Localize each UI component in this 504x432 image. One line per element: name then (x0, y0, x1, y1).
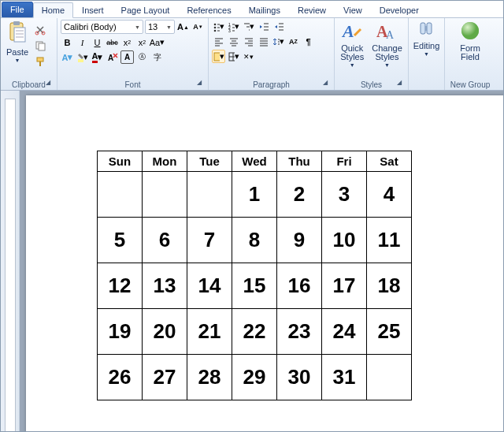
table-row: 12131415161718 (98, 263, 412, 309)
calendar-day-cell[interactable] (98, 172, 143, 218)
calendar-day-cell[interactable] (187, 172, 232, 218)
font-color-button[interactable]: A▾ (91, 50, 104, 64)
tab-home[interactable]: Home (33, 2, 73, 18)
align-left-button[interactable] (212, 35, 225, 48)
justify-button[interactable] (257, 35, 270, 48)
calendar-day-cell[interactable]: 11 (367, 218, 412, 263)
calendar-day-cell[interactable] (143, 172, 187, 218)
underline-button[interactable]: U (91, 35, 104, 49)
borders-button[interactable]: ▾ (227, 50, 240, 63)
tab-page-layout[interactable]: Page Layout (113, 2, 179, 17)
text-effects-button[interactable]: A▾ (61, 50, 74, 64)
asian-layout-button[interactable]: ✕▾ (242, 50, 255, 63)
subscript-button[interactable]: x2 (120, 35, 134, 49)
paste-button[interactable]: Paste ▼ (4, 20, 31, 63)
calendar-day-cell[interactable]: 28 (187, 355, 232, 400)
tab-mailings[interactable]: Mailings (240, 2, 289, 17)
calendar-day-cell[interactable]: 6 (143, 218, 187, 263)
calendar-day-cell[interactable]: 30 (277, 355, 322, 400)
align-center-button[interactable] (227, 35, 240, 48)
calendar-day-cell[interactable]: 23 (277, 309, 322, 355)
font-size-value: 13 (148, 22, 158, 32)
page-area[interactable]: SunMonTueWedThuFriSat 123456789101112131… (20, 91, 503, 431)
quick-styles-button[interactable]: A Quick Styles ▼ (339, 20, 365, 68)
svg-point-16 (214, 26, 217, 28)
show-marks-button[interactable]: ¶ (302, 35, 315, 48)
superscript-button[interactable]: x2 (135, 35, 149, 49)
increase-indent-button[interactable] (272, 20, 285, 33)
multilevel-list-button[interactable]: ▾ (242, 20, 255, 33)
calendar-day-cell[interactable]: 9 (277, 218, 322, 263)
tab-developer[interactable]: Developer (371, 2, 428, 17)
calendar-day-cell[interactable]: 13 (143, 263, 187, 309)
calendar-day-cell[interactable]: 1 (232, 172, 277, 218)
calendar-day-cell[interactable]: 26 (98, 355, 143, 400)
editing-button[interactable]: Editing ▼ (412, 20, 442, 57)
styles-dialog-launcher[interactable]: ◢ (397, 79, 406, 88)
align-right-button[interactable] (242, 35, 255, 48)
clear-formatting-button[interactable]: A (106, 50, 119, 64)
shading-button[interactable]: ▾ (212, 50, 225, 63)
bold-button[interactable]: B (61, 35, 74, 49)
shrink-font-button[interactable]: A▼ (191, 20, 205, 34)
clipboard-dialog-launcher[interactable]: ◢ (46, 79, 55, 88)
calendar-day-cell[interactable]: 27 (143, 355, 187, 400)
tab-review[interactable]: Review (289, 2, 335, 17)
calendar-day-cell[interactable]: 21 (187, 309, 232, 355)
calendar-day-cell[interactable]: 15 (232, 263, 277, 309)
vertical-ruler[interactable] (1, 91, 20, 431)
calendar-day-cell[interactable]: 4 (367, 172, 412, 218)
font-size-selector[interactable]: 13 ▼ (145, 20, 175, 34)
calendar-day-cell[interactable] (367, 355, 412, 400)
calendar-day-cell[interactable]: 16 (277, 263, 322, 309)
calendar-day-cell[interactable]: 20 (143, 309, 187, 355)
svg-rect-1 (13, 21, 20, 25)
svg-text:A: A (108, 54, 113, 62)
font-dialog-launcher[interactable]: ◢ (197, 79, 206, 88)
calendar-day-cell[interactable]: 31 (322, 355, 367, 400)
calendar-day-cell[interactable]: 2 (277, 172, 322, 218)
highlight-button[interactable]: ▾ (76, 50, 89, 64)
grow-font-button[interactable]: A▲ (176, 20, 190, 34)
form-field-button[interactable]: Form Field (457, 20, 484, 61)
sort-button[interactable]: AZ (287, 35, 300, 48)
copy-button[interactable] (33, 39, 46, 52)
italic-button[interactable]: I (76, 35, 89, 49)
quick-styles-label: Quick Styles (340, 44, 364, 61)
svg-point-14 (214, 23, 217, 25)
bullets-button[interactable]: ▾ (212, 20, 225, 33)
numbering-button[interactable]: 123▾ (227, 20, 240, 33)
line-spacing-button[interactable]: ▾ (272, 35, 285, 48)
format-painter-button[interactable] (33, 54, 46, 68)
decrease-indent-button[interactable] (257, 20, 270, 33)
change-styles-button[interactable]: AA Change Styles ▼ (370, 20, 404, 68)
tab-view[interactable]: View (335, 2, 371, 17)
calendar-day-cell[interactable]: 17 (322, 263, 367, 309)
calendar-day-cell[interactable]: 29 (232, 355, 277, 400)
calendar-day-cell[interactable]: 5 (98, 218, 143, 263)
calendar-day-cell[interactable]: 19 (98, 309, 143, 355)
paste-label: Paste (6, 47, 28, 57)
tab-file[interactable]: File (2, 2, 33, 17)
change-case-button[interactable]: Aa▾ (150, 35, 164, 49)
svg-text:A: A (341, 21, 354, 41)
tab-insert[interactable]: Insert (73, 2, 113, 17)
calendar-day-cell[interactable]: 12 (98, 263, 143, 309)
phonetic-guide-button[interactable]: Ⓐ (135, 50, 149, 64)
calendar-day-cell[interactable]: 3 (322, 172, 367, 218)
paragraph-dialog-launcher[interactable]: ◢ (323, 79, 332, 88)
calendar-day-cell[interactable]: 18 (367, 263, 412, 309)
calendar-day-cell[interactable]: 7 (187, 218, 232, 263)
calendar-day-cell[interactable]: 10 (322, 218, 367, 263)
calendar-day-cell[interactable]: 25 (367, 309, 412, 355)
cut-button[interactable] (33, 23, 46, 36)
calendar-day-cell[interactable]: 14 (187, 263, 232, 309)
enclose-characters-button[interactable]: 字 (150, 50, 164, 64)
strikethrough-button[interactable]: abc (106, 35, 119, 49)
calendar-day-cell[interactable]: 8 (232, 218, 277, 263)
font-name-selector[interactable]: Calibri (Body) ▼ (61, 20, 143, 34)
tab-references[interactable]: References (178, 2, 239, 17)
calendar-day-cell[interactable]: 22 (232, 309, 277, 355)
calendar-day-cell[interactable]: 24 (322, 309, 367, 355)
character-border-button[interactable]: A (120, 50, 134, 64)
